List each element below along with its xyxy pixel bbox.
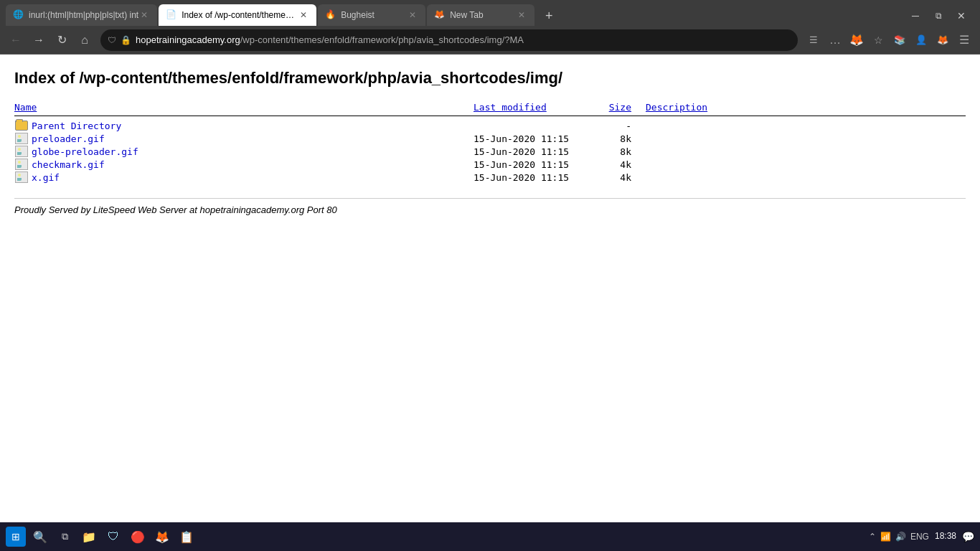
parent-directory-link[interactable]: Parent Directory <box>32 121 121 131</box>
minimize-button[interactable]: ─ <box>905 6 925 26</box>
file-explorer-icon[interactable]: 📁 <box>79 527 99 547</box>
firefox-button[interactable]: 🦊 <box>933 30 953 50</box>
dir-row-checkmark: checkmark.gif 15-Jun-2020 11:15 4k <box>14 158 966 171</box>
tab-1[interactable]: 🌐 inurl:(html|htm|php|pls|txt) int ✕ <box>6 4 157 26</box>
pocket-button[interactable]: 🦊 <box>847 30 867 50</box>
system-tray: ⌃ 📶 🔊 ENG <box>869 532 929 542</box>
tab-4-close[interactable]: ✕ <box>516 9 527 21</box>
page-info-button[interactable]: ☰ <box>804 30 824 50</box>
checkmark-modified: 15-Jun-2020 11:15 <box>473 159 588 170</box>
globe-preloader-modified: 15-Jun-2020 11:15 <box>473 146 588 157</box>
tab-4-favicon: 🦊 <box>434 9 446 21</box>
tab-2-favicon: 📄 <box>166 9 177 21</box>
col-header-description: Description <box>646 102 789 113</box>
new-tab-button[interactable]: + <box>539 6 559 26</box>
dir-header: Name Last modified Size Description <box>14 102 966 116</box>
server-footer: Proudly Served by LiteSpeed Web Server a… <box>14 198 966 215</box>
sort-by-size-link[interactable]: Size <box>609 102 631 113</box>
address-path: /wp-content/themes/enfold/framework/php/… <box>240 34 524 45</box>
taskbar-right: ⌃ 📶 🔊 ENG 18:38 💬 <box>869 531 974 542</box>
tab-3-label: Bugheist <box>341 10 407 20</box>
home-button[interactable]: ⌂ <box>75 30 95 50</box>
reload-button[interactable]: ↻ <box>52 30 72 50</box>
preloader-modified: 15-Jun-2020 11:15 <box>473 133 588 144</box>
more-button[interactable]: … <box>825 30 845 50</box>
tab-1-label: inurl:(html|htm|php|pls|txt) int <box>29 10 138 20</box>
checkmark-size: 4k <box>588 159 631 170</box>
forward-button[interactable]: → <box>29 30 49 50</box>
tab-4-label: New Tab <box>450 10 516 20</box>
tab-3-favicon: 🔥 <box>325 9 336 21</box>
address-domain: hopetrainingacademy.org <box>136 34 240 45</box>
start-button[interactable]: ⊞ <box>6 527 26 547</box>
checkmark-gif-link[interactable]: checkmark.gif <box>32 159 105 170</box>
back-button[interactable]: ← <box>6 30 26 50</box>
tab-bar: 🌐 inurl:(html|htm|php|pls|txt) int ✕ 📄 I… <box>0 0 980 26</box>
bookmark-button[interactable]: ☆ <box>868 30 888 50</box>
x-file-icon <box>14 171 29 183</box>
x-modified: 15-Jun-2020 11:15 <box>473 172 588 183</box>
tray-arrow[interactable]: ⌃ <box>869 532 876 542</box>
address-text: hopetrainingacademy.org/wp-content/theme… <box>136 34 791 45</box>
tab-1-favicon: 🌐 <box>13 9 24 21</box>
globe-preloader-gif-link[interactable]: globe-preloader.gif <box>32 146 138 157</box>
opera-icon[interactable]: 🔴 <box>128 527 148 547</box>
tab-2-label: Index of /wp-content/themes/enfo <box>182 10 298 20</box>
task-view-icon[interactable]: ⧉ <box>55 527 75 547</box>
clock: 18:38 <box>935 531 956 542</box>
lock-icon: 🔒 <box>121 35 131 45</box>
parent-dir-size: - <box>588 121 631 131</box>
page-title: Index of /wp-content/themes/enfold/frame… <box>14 69 966 88</box>
parent-dir-icon <box>14 120 29 131</box>
nav-right-buttons: ☰ … 🦊 ☆ 📚 👤 🦊 ☰ <box>804 30 974 50</box>
library-button[interactable]: 📚 <box>890 30 910 50</box>
dir-row-x: x.gif 15-Jun-2020 11:15 4k <box>14 171 966 184</box>
clock-time: 18:38 <box>935 531 956 542</box>
restore-button[interactable]: ⧉ <box>928 6 948 26</box>
preloader-gif-link[interactable]: preloader.gif <box>32 133 105 144</box>
checkmark-file-icon <box>14 159 29 170</box>
dir-row-preloader: preloader.gif 15-Jun-2020 11:15 8k <box>14 132 966 145</box>
col-header-name: Name <box>14 102 473 113</box>
dir-row-parent: Parent Directory - <box>14 119 966 132</box>
sort-by-name-link[interactable]: Name <box>14 102 37 113</box>
shield-taskbar-icon[interactable]: 🛡 <box>103 527 123 547</box>
preloader-size: 8k <box>588 133 631 144</box>
directory-listing: Name Last modified Size Description <box>14 102 966 184</box>
notes-icon[interactable]: 📋 <box>176 527 197 547</box>
dir-row-globe-preloader: globe-preloader.gif 15-Jun-2020 11:15 8k <box>14 145 966 158</box>
lang-indicator: ENG <box>910 532 929 542</box>
firefox-taskbar-icon[interactable]: 🦊 <box>152 527 172 547</box>
address-bar[interactable]: 🛡 🔒 hopetrainingacademy.org/wp-content/t… <box>100 29 798 51</box>
x-gif-link[interactable]: x.gif <box>32 172 60 183</box>
close-button[interactable]: ✕ <box>951 6 971 26</box>
tab-3-close[interactable]: ✕ <box>407 9 418 21</box>
volume-icon: 🔊 <box>895 532 906 542</box>
tab-1-close[interactable]: ✕ <box>138 9 150 21</box>
preloader-file-icon <box>14 133 29 144</box>
page-content: Index of /wp-content/themes/enfold/frame… <box>0 55 980 522</box>
shield-icon: 🛡 <box>108 35 116 45</box>
taskbar-left: ⊞ 🔍 ⧉ 📁 🛡 🔴 🦊 📋 <box>6 527 197 547</box>
globe-preloader-file-icon <box>14 146 29 157</box>
menu-button[interactable]: ☰ <box>954 30 974 50</box>
tab-4[interactable]: 🦊 New Tab ✕ <box>427 4 534 26</box>
sort-by-description-link[interactable]: Description <box>646 102 707 113</box>
sync-button[interactable]: 👤 <box>911 30 931 50</box>
col-header-size: Size <box>588 102 631 113</box>
col-header-modified: Last modified <box>473 102 588 113</box>
parent-dir-modified <box>473 121 588 131</box>
globe-preloader-size: 8k <box>588 146 631 157</box>
network-icon: 📶 <box>880 532 891 542</box>
sort-by-modified-link[interactable]: Last modified <box>473 102 547 113</box>
tab-2-close[interactable]: ✕ <box>298 9 309 21</box>
notification-icon[interactable]: 💬 <box>962 531 974 542</box>
tab-3[interactable]: 🔥 Bugheist ✕ <box>318 4 425 26</box>
tab-2[interactable]: 📄 Index of /wp-content/themes/enfo ✕ <box>159 4 316 26</box>
browser-window: 🌐 inurl:(html|htm|php|pls|txt) int ✕ 📄 I… <box>0 0 980 551</box>
navigation-bar: ← → ↻ ⌂ 🛡 🔒 hopetrainingacademy.org/wp-c… <box>0 26 980 55</box>
search-taskbar-icon[interactable]: 🔍 <box>30 527 50 547</box>
taskbar: ⊞ 🔍 ⧉ 📁 🛡 🔴 🦊 📋 ⌃ 📶 🔊 ENG 18:38 💬 <box>0 522 980 551</box>
x-size: 4k <box>588 172 631 183</box>
